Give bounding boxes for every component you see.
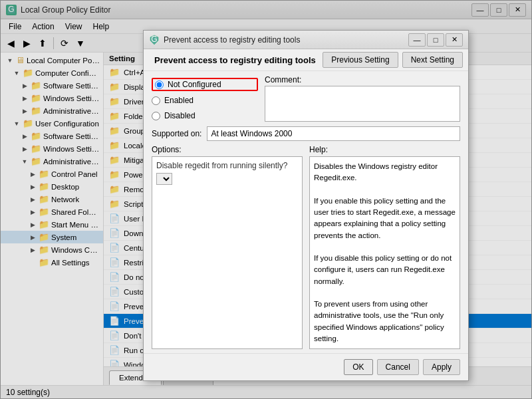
folder-icon: 📁	[31, 144, 41, 154]
folder-icon: 📁	[39, 207, 49, 217]
setting-icon: 📁	[109, 96, 120, 106]
setting-icon: 📄	[109, 272, 120, 282]
filter-button[interactable]: ▼	[73, 36, 88, 51]
forward-button[interactable]: ▶	[19, 36, 34, 51]
setting-icon: 📁	[109, 140, 120, 150]
maximize-button[interactable]: □	[490, 3, 507, 17]
expand-icon[interactable]: ▶	[29, 221, 37, 229]
supported-label: Supported on:	[152, 129, 201, 138]
folder-icon: 🖥	[16, 55, 25, 65]
expand-icon[interactable]: ▶	[21, 132, 29, 140]
ok-button[interactable]: OK	[344, 359, 372, 375]
folder-icon: 📁	[39, 169, 49, 179]
expand-icon[interactable]: ▼	[13, 69, 21, 77]
dialog-body: Not Configured Enabled Disabled Comment:	[144, 71, 468, 124]
expand-icon[interactable]: ▶	[21, 94, 29, 102]
refresh-button[interactable]: ⟳	[57, 36, 72, 51]
expand-icon[interactable]: ▶	[29, 170, 37, 178]
apply-button[interactable]: Apply	[423, 359, 460, 375]
supported-value: At least Windows 2000	[207, 126, 460, 141]
folder-icon: 📁	[23, 118, 33, 128]
sidebar-item-label: Desktop	[51, 183, 79, 191]
sidebar-item-software-settings-user[interactable]: ▶ 📁 Software Settings	[1, 130, 103, 142]
sidebar-item-control-panel[interactable]: ▶ 📁 Control Panel	[1, 168, 103, 180]
sidebar-item-shared-folders[interactable]: ▶ 📁 Shared Folders	[1, 205, 103, 218]
supported-value-text: At least Windows 2000	[211, 129, 292, 138]
radio-input-not-configured[interactable]	[155, 80, 164, 89]
expand-icon[interactable]: ▶	[21, 107, 29, 115]
sidebar-item-local-computer-policy[interactable]: ▼ 🖥 Local Computer Policy	[1, 54, 103, 66]
expand-icon[interactable]: ▶	[29, 208, 37, 216]
setting-icon: 📄	[109, 345, 120, 355]
up-button[interactable]: ⬆	[35, 36, 50, 51]
sidebar-item-label: System	[51, 233, 76, 241]
sidebar-item-label: Network	[51, 196, 79, 203]
main-title-bar: G Local Group Policy Editor — □ ✕	[1, 1, 531, 19]
expand-icon[interactable]: ▼	[13, 120, 21, 128]
sidebar-item-admin-templates-user[interactable]: ▼ 📁 Administrative Templates	[1, 155, 103, 168]
sidebar-item-computer-configuration[interactable]: ▼ 📁 Computer Configuration	[1, 66, 103, 79]
sidebar-item-windows-settings[interactable]: ▶ 📁 Windows Settings	[1, 92, 103, 104]
next-setting-button[interactable]: Next Setting	[402, 52, 463, 68]
expand-icon[interactable]: ▶	[29, 183, 37, 191]
setting-icon: 📄	[109, 243, 120, 253]
options-dropdown[interactable]	[156, 173, 172, 185]
help-box: Disables the Windows registry editor Reg…	[309, 156, 460, 349]
help-content: Disables the Windows registry editor Reg…	[314, 162, 458, 342]
svg-text:G: G	[8, 5, 14, 14]
radio-not-configured[interactable]: Not Configured	[152, 78, 258, 91]
options-section: Options: Disable regedit from running si…	[152, 145, 303, 349]
menu-view[interactable]: View	[60, 21, 88, 33]
expand-icon[interactable]: ▶	[29, 246, 37, 254]
comment-input[interactable]	[265, 86, 460, 122]
radio-label-not-configured: Not Configured	[168, 80, 221, 89]
expand-icon[interactable]: ▶	[21, 145, 29, 153]
dialog-minimize-button[interactable]: —	[408, 33, 426, 47]
sidebar-item-admin-templates-comp[interactable]: ▶ 📁 Administrative Templates	[1, 104, 103, 117]
setting-icon: 📁	[109, 82, 120, 92]
radio-input-disabled[interactable]	[152, 112, 160, 120]
expand-icon[interactable]: ▼	[6, 57, 14, 65]
setting-icon: 📄	[109, 316, 120, 326]
sidebar-item-all-settings[interactable]: 📁 All Settings	[1, 256, 103, 269]
dialog-maximize-button[interactable]: □	[427, 33, 444, 47]
sidebar-item-user-configuration[interactable]: ▼ 📁 User Configuration	[1, 117, 103, 130]
menu-help[interactable]: Help	[88, 21, 115, 33]
window-controls: — □ ✕	[471, 3, 526, 17]
comment-label: Comment:	[265, 75, 460, 84]
folder-icon: 📁	[39, 194, 49, 204]
dialog-title-bar: G Prevent access to registry editing too…	[144, 31, 468, 49]
setting-icon: 📄	[109, 257, 120, 267]
setting-icon: 📁	[109, 184, 120, 194]
menu-file[interactable]: File	[3, 21, 27, 33]
expand-icon[interactable]: ▶	[21, 82, 29, 90]
dialog: G Prevent access to registry editing too…	[143, 30, 469, 381]
sidebar-item-windows-settings-user[interactable]: ▶ 📁 Windows Settings	[1, 142, 103, 155]
sidebar-item-software-settings[interactable]: ▶ 📁 Software Settings	[1, 79, 103, 92]
comment-area: Comment:	[265, 75, 460, 122]
cancel-button[interactable]: Cancel	[377, 359, 419, 375]
sidebar-item-network[interactable]: ▶ 📁 Network	[1, 193, 103, 205]
folder-icon: 📁	[23, 68, 33, 78]
sidebar-item-desktop[interactable]: ▶ 📁 Desktop	[1, 180, 103, 193]
sidebar-item-label: Software Settings	[43, 82, 100, 90]
toolbar-separator	[53, 37, 54, 49]
radio-enabled[interactable]: Enabled	[152, 94, 258, 106]
back-button[interactable]: ◀	[3, 36, 18, 51]
sidebar-item-windows-components[interactable]: ▶ 📁 Windows Components	[1, 243, 103, 256]
radio-input-enabled[interactable]	[152, 96, 160, 105]
dialog-close-button[interactable]: ✕	[446, 33, 463, 47]
previous-setting-button[interactable]: Previous Setting	[323, 52, 398, 68]
close-button[interactable]: ✕	[509, 3, 526, 17]
menu-action[interactable]: Action	[27, 21, 59, 33]
expand-icon[interactable]: ▼	[21, 158, 29, 166]
minimize-button[interactable]: —	[471, 3, 489, 17]
sidebar-item-system[interactable]: ▶ 📁 System	[1, 231, 103, 243]
options-content: Disable regedit from running silently?	[156, 161, 287, 170]
expand-icon[interactable]: ▶	[29, 196, 37, 203]
sidebar-item-start-menu[interactable]: ▶ 📁 Start Menu and Taskbar	[1, 218, 103, 231]
dialog-title-left: G Prevent access to registry editing too…	[149, 35, 300, 45]
expand-icon[interactable]: ▶	[29, 233, 37, 241]
radio-options: Not Configured Enabled Disabled	[152, 75, 258, 122]
radio-disabled[interactable]: Disabled	[152, 110, 258, 122]
